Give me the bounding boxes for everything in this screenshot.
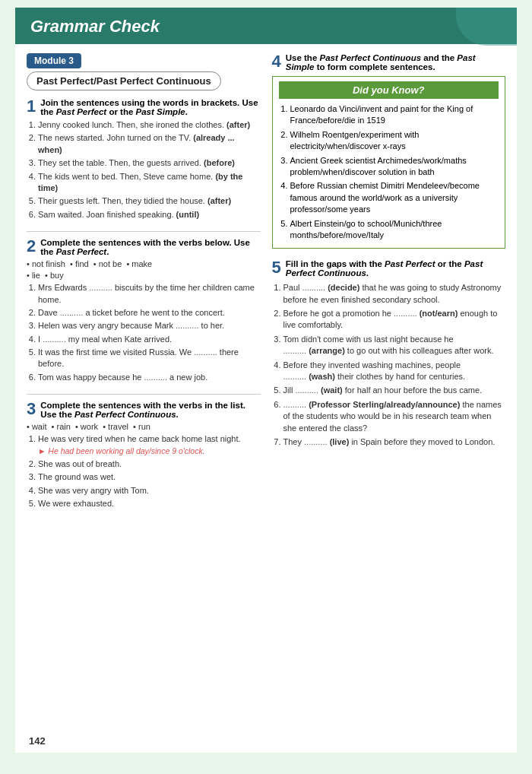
exercise-2: 2 Complete the sentences with the verbs … [27, 238, 261, 383]
did-you-know-heading: Did you Know? [279, 81, 499, 99]
right-column: 4 Use the Past Perfect Continuous and th… [272, 53, 506, 521]
ex1-title: Join the sentences using the words in br… [40, 98, 260, 116]
page-title: Grammar Check [30, 17, 502, 36]
list-item: They .......... (live) in Spain before t… [283, 436, 506, 448]
ex2-words2: • lie • buy [27, 271, 261, 280]
ex1-list: Jenny cooked lunch. Then, she ironed the… [27, 119, 261, 220]
list-item: Leonardo da Vinci/invent and paint for t… [290, 103, 499, 127]
divider-1 [27, 231, 261, 232]
ex5-content: Paul .......... (decide) that he was goi… [272, 282, 506, 448]
ex3-hint: ► He had been working all day/since 9 o'… [38, 446, 205, 455]
list-item: The kids went to bed. Then, Steve came h… [38, 171, 261, 195]
list-item: We were exhausted. [38, 498, 261, 509]
ex3-list: He was very tired when he came back home… [27, 433, 261, 509]
list-item: Helen was very angry because Mark ......… [38, 320, 261, 331]
list-item: Jill .......... (wait) for half an hour … [283, 385, 506, 396]
page: Grammar Check Module 3 Past Perfect/Past… [15, 8, 517, 753]
exercise-4: 4 Use the Past Perfect Continuous and th… [272, 53, 506, 249]
ex5-title: Fill in the gaps with the Past Perfect o… [286, 259, 505, 278]
list-item: Tom was happy because he .......... a ne… [38, 372, 261, 383]
list-item: Mrs Edwards .......... biscuits by the t… [38, 282, 261, 306]
ex3-number: 3 [27, 401, 36, 417]
ex5-number: 5 [272, 259, 281, 276]
header-bar: Grammar Check [15, 8, 517, 44]
list-item: Sam waited. Joan finished speaking. (unt… [38, 209, 261, 220]
list-item: She was very angry with Tom. [38, 485, 261, 496]
divider-2 [27, 394, 261, 395]
module-badge: Module 3 [27, 53, 81, 68]
ex5-list: Paul .......... (decide) that he was goi… [272, 282, 506, 448]
page-number: 142 [29, 735, 46, 747]
list-item: I .......... my meal when Kate arrived. [38, 334, 261, 345]
ex2-title: Complete the sentences with the verbs be… [40, 238, 260, 256]
exercise-5: 5 Fill in the gaps with the Past Perfect… [272, 259, 506, 448]
did-you-know-box: Did you Know? Leonardo da Vinci/invent a… [272, 76, 506, 249]
list-item: Before he got a promotion he .......... … [283, 308, 506, 331]
list-item: Tom didn't come with us last night becau… [283, 334, 506, 357]
ex3-words: • wait • rain • work • travel • run [27, 422, 261, 431]
list-item: They set the table. Then, the guests arr… [38, 157, 261, 169]
list-item: Before they invented washing machines, p… [283, 360, 506, 383]
list-item: Jenny cooked lunch. Then, she ironed the… [38, 119, 261, 131]
header-decoration [456, 8, 517, 46]
ex2-words: • not finish • find • not be • make [27, 259, 261, 268]
list-item: Paul .......... (decide) that he was goi… [283, 282, 506, 306]
list-item: Ancient Greek scientist Archimedes/work/… [290, 155, 499, 179]
list-item: Before Russian chemist Dimitri Mendeleev… [290, 180, 499, 215]
content-area: Module 3 Past Perfect/Past Perfect Conti… [15, 44, 517, 530]
did-you-know-list: Leonardo da Vinci/invent and paint for t… [279, 103, 499, 241]
ex2-list: Mrs Edwards .......... biscuits by the t… [27, 282, 261, 383]
ex3-content: • wait • rain • work • travel • run He w… [27, 422, 261, 509]
ex2-content: • not finish • find • not be • make • li… [27, 259, 261, 383]
left-column: Module 3 Past Perfect/Past Perfect Conti… [27, 53, 261, 521]
ex4-title: Use the Past Perfect Continuous and the … [286, 53, 505, 71]
list-item: The ground was wet. [38, 471, 261, 483]
exercise-1: 1 Join the sentences using the words in … [27, 98, 261, 220]
list-item: Their guests left. Then, they tidied the… [38, 195, 261, 207]
module-badge-wrap: Module 3 [27, 53, 261, 71]
ex4-number: 4 [272, 53, 281, 70]
list-item: .......... (Professor Sterling/already/a… [283, 399, 506, 434]
list-item: It was the first time we visited Russia.… [38, 347, 261, 370]
ex3-title: Complete the sentences with the verbs in… [40, 401, 260, 419]
ex1-number: 1 [27, 98, 36, 115]
module-topic: Past Perfect/Past Perfect Continuous [27, 71, 221, 90]
list-item: The news started. John turned on the TV.… [38, 132, 261, 156]
list-item: Dave .......... a ticket before he went … [38, 307, 261, 319]
list-item: He was very tired when he came back home… [38, 433, 261, 457]
list-item: Wilhelm Roentgen/experiment with electri… [290, 129, 499, 153]
list-item: She was out of breath. [38, 458, 261, 470]
ex1-content: Jenny cooked lunch. Then, she ironed the… [27, 119, 261, 220]
exercise-3: 3 Complete the sentences with the verbs … [27, 401, 261, 509]
list-item: Albert Einstein/go to school/Munich/thre… [290, 218, 499, 242]
ex2-number: 2 [27, 238, 36, 255]
